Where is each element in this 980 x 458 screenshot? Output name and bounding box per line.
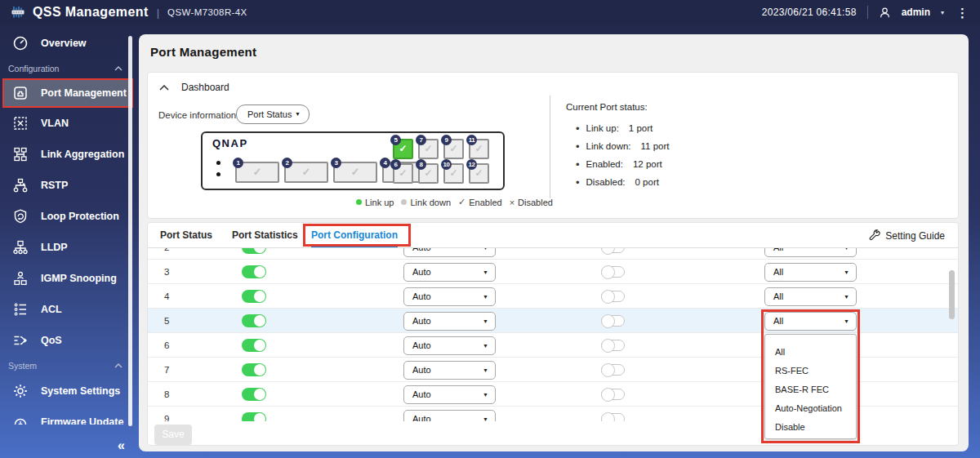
sidebar-item-acl[interactable]: ACL xyxy=(0,294,136,325)
save-button[interactable]: Save xyxy=(154,425,192,445)
port-enable-toggle[interactable] xyxy=(242,248,266,254)
speed-selected-value: Auto xyxy=(412,267,431,277)
check-icon: ✓ xyxy=(458,197,466,207)
port-config-panel: Port Status Port Statistics Port Configu… xyxy=(147,222,959,446)
speed-select[interactable]: Auto ▼ xyxy=(403,410,496,421)
sidebar-item-igmp-snooping[interactable]: IGMP Snooping xyxy=(0,263,136,294)
sidebar-item-label: Link Aggregation xyxy=(41,149,124,160)
fec-select[interactable]: All ▼ xyxy=(764,263,857,282)
status-row-linkup: • Link up: 1 port xyxy=(566,119,670,137)
port-8[interactable]: ✓ 8 xyxy=(418,163,439,184)
speed-select[interactable]: Auto ▼ xyxy=(403,336,496,355)
flow-control-toggle[interactable] xyxy=(601,340,625,351)
port-5-linkup[interactable]: ✓ 5 xyxy=(393,139,413,159)
tab-port-configuration[interactable]: Port Configuration xyxy=(311,223,398,247)
sidebar-section-configuration[interactable]: Configuration xyxy=(0,59,136,78)
chevron-down-icon: ▼ xyxy=(844,313,849,330)
sidebar-collapse-icon[interactable]: « xyxy=(118,438,125,453)
sidebar-item-overview[interactable]: Overview xyxy=(0,28,136,59)
port-1[interactable]: ✓ 1 xyxy=(235,162,279,183)
top-bar: QSS Management | QSW-M7308R-4X 2023/06/2… xyxy=(0,0,980,24)
user-caret-icon[interactable]: ▾ xyxy=(941,9,944,16)
more-menu-icon[interactable]: ⋮ xyxy=(955,7,970,19)
fec-selected-value: All xyxy=(773,291,783,301)
flow-control-toggle[interactable] xyxy=(601,364,625,376)
port-3[interactable]: ✓ 3 xyxy=(333,162,377,183)
sidebar-item-rstp[interactable]: RSTP xyxy=(0,170,136,201)
ethernet-port-icon xyxy=(12,85,29,101)
speed-select[interactable]: Auto ▼ xyxy=(403,287,496,306)
port-number-badge: 5 xyxy=(390,135,401,145)
port-enable-toggle[interactable] xyxy=(242,314,266,327)
port-9[interactable]: ✓ 9 xyxy=(443,139,464,159)
sidebar-item-port-management[interactable]: Port Management xyxy=(2,78,133,108)
chevron-down-icon: ▼ xyxy=(483,313,488,330)
dropdown-option-auto-negotiation[interactable]: Auto-Negotiation xyxy=(765,399,856,418)
tab-port-statistics[interactable]: Port Statistics xyxy=(232,223,298,247)
port-enable-toggle[interactable] xyxy=(242,339,266,352)
sidebar-item-link-aggregation[interactable]: Link Aggregation xyxy=(0,139,136,170)
port-enable-toggle[interactable] xyxy=(242,388,266,401)
port-number-badge: 4 xyxy=(380,158,390,168)
sidebar-item-vlan[interactable]: VLAN xyxy=(0,108,136,139)
status-title: Current Port status: xyxy=(566,102,670,112)
speed-select[interactable]: Auto ▼ xyxy=(403,312,496,331)
port-enable-toggle[interactable] xyxy=(242,265,266,278)
flow-control-toggle[interactable] xyxy=(601,248,625,253)
tab-port-status[interactable]: Port Status xyxy=(160,223,212,247)
dropdown-option-base-r-fec[interactable]: BASE-R FEC xyxy=(765,380,856,399)
table-scrollbar[interactable] xyxy=(949,270,955,319)
dashboard-panel: Dashboard Device information: Port Statu… xyxy=(147,72,959,219)
port-number-badge: 9 xyxy=(441,135,452,145)
status-label: Link up: xyxy=(586,123,619,133)
port-11[interactable]: ✓ 11 xyxy=(469,139,489,159)
sidebar-item-label: Firmware Update xyxy=(41,416,123,425)
dropdown-option-all[interactable]: All xyxy=(765,343,856,362)
port-6[interactable]: ✓ 6 xyxy=(393,163,413,184)
flow-control-toggle[interactable] xyxy=(601,266,625,278)
qos-icon xyxy=(12,332,29,349)
collapse-dashboard-icon[interactable] xyxy=(159,85,169,91)
sidebar-section-system[interactable]: System xyxy=(0,356,136,376)
speed-select[interactable]: Auto ▼ xyxy=(403,385,496,404)
port-enable-toggle[interactable] xyxy=(242,363,266,376)
speed-select[interactable]: Auto ▼ xyxy=(403,263,496,282)
speed-select[interactable]: Auto ▼ xyxy=(403,248,496,257)
chevron-down-icon: ▼ xyxy=(483,386,488,403)
sidebar-scrollbar[interactable] xyxy=(128,36,132,426)
port-enable-toggle[interactable] xyxy=(242,412,266,421)
chevron-up-icon xyxy=(114,66,122,71)
port-enabled-check: ✓ xyxy=(474,143,483,154)
flow-control-toggle[interactable] xyxy=(601,389,625,400)
flow-control-toggle[interactable] xyxy=(601,413,625,421)
port-number-badge: 10 xyxy=(441,159,452,170)
flow-control-toggle[interactable] xyxy=(601,291,625,302)
dropdown-option-disable[interactable]: Disable xyxy=(765,418,856,437)
lldp-icon xyxy=(12,239,29,256)
dropdown-option-rs-fec[interactable]: RS-FEC xyxy=(765,362,856,380)
speed-selected-value: Auto xyxy=(412,316,431,326)
user-menu[interactable]: admin xyxy=(902,7,930,18)
flow-control-toggle[interactable] xyxy=(601,315,625,327)
wrench-icon xyxy=(868,229,880,242)
sidebar-item-qos[interactable]: QoS xyxy=(0,325,136,356)
fec-select-open[interactable]: All ▼ xyxy=(764,312,857,331)
sidebar-item-firmware-update[interactable]: Firmware Update xyxy=(0,407,136,425)
device-model: QSW-M7308R-4X xyxy=(167,7,247,17)
fec-select[interactable]: All ▼ xyxy=(764,287,857,306)
vlan-icon xyxy=(12,115,29,131)
port-12[interactable]: ✓ 12 xyxy=(469,163,489,184)
port-10[interactable]: ✓ 10 xyxy=(443,163,464,184)
sidebar-item-loop-protection[interactable]: Loop Protection xyxy=(0,201,136,232)
port-enable-toggle[interactable] xyxy=(242,290,266,303)
setting-guide-link[interactable]: Setting Guide xyxy=(868,223,945,248)
sidebar-item-system-settings[interactable]: System Settings xyxy=(0,376,136,407)
port-2[interactable]: ✓ 2 xyxy=(284,162,328,183)
sidebar-item-lldp[interactable]: LLDP xyxy=(0,232,136,263)
sidebar-item-label: RSTP xyxy=(41,180,68,191)
fec-select[interactable]: All ▼ xyxy=(764,248,857,257)
speed-select[interactable]: Auto ▼ xyxy=(403,361,496,380)
device-view-select[interactable]: Port Status ▼ xyxy=(236,104,310,124)
port-7[interactable]: ✓ 7 xyxy=(418,139,439,159)
sidebar-item-label: ACL xyxy=(41,304,62,315)
